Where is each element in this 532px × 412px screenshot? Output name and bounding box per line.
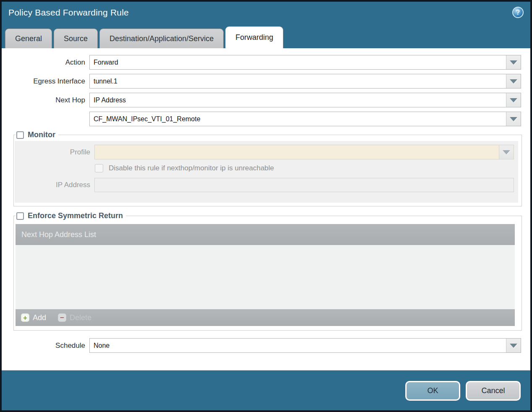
schedule-dropdown-trigger[interactable] bbox=[506, 339, 521, 352]
next-hop-address-grid: Next Hop Address List + Add − Delete bbox=[16, 224, 515, 326]
ok-button[interactable]: OK bbox=[405, 381, 460, 401]
profile-label: Profile bbox=[15, 148, 90, 156]
symmetric-return-legend-label: Enforce Symmetric Return bbox=[28, 211, 123, 220]
delete-button[interactable]: − Delete bbox=[58, 313, 91, 322]
next-hop-label: Next Hop bbox=[2, 96, 85, 104]
egress-interface-combobox[interactable]: tunnel.1 bbox=[89, 74, 521, 89]
plus-icon: + bbox=[21, 313, 29, 322]
grid-toolbar: + Add − Delete bbox=[16, 309, 515, 326]
symmetric-return-fieldset: Enforce Symmetric Return Next Hop Addres… bbox=[13, 211, 522, 331]
schedule-combobox[interactable]: None bbox=[89, 338, 521, 353]
cancel-button[interactable]: Cancel bbox=[466, 381, 521, 401]
symmetric-return-legend: Enforce Symmetric Return bbox=[16, 211, 126, 220]
chevron-down-icon bbox=[510, 344, 517, 348]
grid-body-empty[interactable] bbox=[16, 245, 515, 309]
next-hop-row: Next Hop IP Address bbox=[2, 93, 521, 107]
next-hop-address-value[interactable]: CF_MWAN_IPsec_VTI_01_Remote bbox=[90, 112, 506, 126]
monitor-ip-row: IP Address bbox=[15, 177, 514, 192]
forwarding-tab-panel: Action Forward Egress Interface tunnel.1… bbox=[2, 48, 530, 370]
add-button-label: Add bbox=[33, 313, 46, 322]
tab-source[interactable]: Source bbox=[54, 29, 98, 48]
monitor-ip-value[interactable] bbox=[95, 178, 514, 192]
profile-row: Profile bbox=[15, 145, 514, 159]
tab-strip: General Source Destination/Application/S… bbox=[2, 23, 530, 48]
dialog-footer: OK Cancel bbox=[2, 370, 530, 410]
profile-combobox[interactable] bbox=[94, 145, 514, 159]
chevron-down-icon bbox=[510, 117, 517, 121]
schedule-value[interactable]: None bbox=[90, 339, 506, 352]
chevron-down-icon bbox=[510, 60, 517, 65]
chevron-down-icon bbox=[510, 98, 517, 102]
delete-button-label: Delete bbox=[70, 313, 91, 322]
monitor-legend: Monitor bbox=[16, 130, 58, 139]
monitor-panel: Profile Disable this rule if nexthop/mon… bbox=[15, 141, 518, 203]
next-hop-address-row: CF_MWAN_IPsec_VTI_01_Remote bbox=[2, 112, 521, 126]
disable-rule-checkbox[interactable] bbox=[95, 164, 103, 172]
monitor-legend-label: Monitor bbox=[28, 130, 55, 139]
tab-forwarding[interactable]: Forwarding bbox=[225, 26, 283, 48]
help-icon[interactable]: ? bbox=[512, 7, 524, 18]
monitor-ip-input[interactable] bbox=[94, 178, 514, 192]
profile-dropdown-trigger[interactable] bbox=[499, 145, 514, 159]
chevron-down-icon bbox=[510, 79, 517, 83]
grid-header-label: Next Hop Address List bbox=[21, 230, 96, 239]
egress-interface-label: Egress Interface bbox=[2, 77, 85, 86]
chevron-down-icon bbox=[503, 150, 510, 154]
next-hop-type-dropdown-trigger[interactable] bbox=[506, 93, 521, 107]
egress-interface-dropdown-trigger[interactable] bbox=[506, 74, 521, 88]
action-combobox[interactable]: Forward bbox=[89, 55, 521, 70]
action-label: Action bbox=[2, 58, 85, 67]
disable-rule-row: Disable this rule if nexthop/monitor ip … bbox=[95, 164, 514, 172]
egress-interface-value[interactable]: tunnel.1 bbox=[90, 74, 506, 88]
dialog-title-bar: Policy Based Forwarding Rule ? bbox=[2, 2, 530, 23]
tab-destination-application-service[interactable]: Destination/Application/Service bbox=[99, 29, 224, 48]
next-hop-address-dropdown-trigger[interactable] bbox=[506, 112, 521, 126]
next-hop-type-combobox[interactable]: IP Address bbox=[89, 93, 521, 107]
pbf-rule-dialog: Policy Based Forwarding Rule ? General S… bbox=[0, 0, 532, 412]
action-row: Action Forward bbox=[2, 55, 521, 70]
next-hop-type-value[interactable]: IP Address bbox=[90, 93, 506, 107]
egress-interface-row: Egress Interface tunnel.1 bbox=[2, 74, 521, 89]
action-value[interactable]: Forward bbox=[90, 55, 506, 69]
disable-rule-label: Disable this rule if nexthop/monitor ip … bbox=[109, 164, 274, 172]
monitor-checkbox[interactable] bbox=[16, 131, 24, 139]
profile-value[interactable] bbox=[95, 145, 499, 159]
next-hop-address-combobox[interactable]: CF_MWAN_IPsec_VTI_01_Remote bbox=[89, 112, 521, 126]
add-button[interactable]: + Add bbox=[21, 313, 46, 322]
tab-general[interactable]: General bbox=[5, 29, 52, 48]
schedule-label: Schedule bbox=[2, 342, 85, 350]
minus-icon: − bbox=[58, 313, 66, 322]
grid-column-header: Next Hop Address List bbox=[16, 224, 515, 245]
action-dropdown-trigger[interactable] bbox=[506, 55, 521, 69]
monitor-ip-label: IP Address bbox=[15, 181, 90, 189]
dialog-title: Policy Based Forwarding Rule bbox=[8, 8, 129, 18]
schedule-row: Schedule None bbox=[2, 338, 521, 353]
symmetric-return-checkbox[interactable] bbox=[16, 212, 24, 220]
monitor-fieldset: Monitor Profile Disable this rule if nex… bbox=[13, 130, 522, 206]
